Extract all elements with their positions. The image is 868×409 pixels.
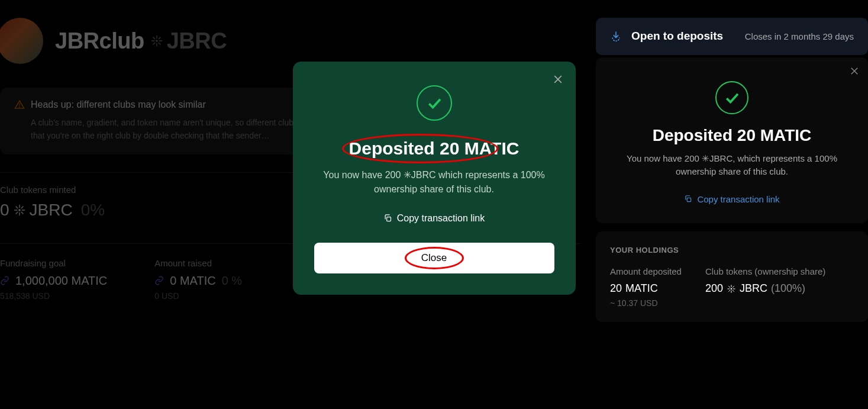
- svg-rect-10: [386, 217, 391, 221]
- close-button[interactable]: Close: [314, 243, 554, 273]
- copy-icon: [383, 214, 392, 223]
- modal-overlay: Deposited 20 MATIC You now have 200 ✳JBR…: [0, 0, 868, 409]
- modal-title: Deposited 20 MATIC: [349, 139, 519, 159]
- copy-transaction-link[interactable]: Copy transaction link: [383, 213, 485, 224]
- deposit-success-modal: Deposited 20 MATIC You now have 200 ✳JBR…: [293, 62, 576, 295]
- close-icon[interactable]: [552, 73, 564, 88]
- modal-subtitle: You now have 200 ✳JBRC which represents …: [314, 168, 554, 197]
- check-circle-icon: [417, 85, 452, 121]
